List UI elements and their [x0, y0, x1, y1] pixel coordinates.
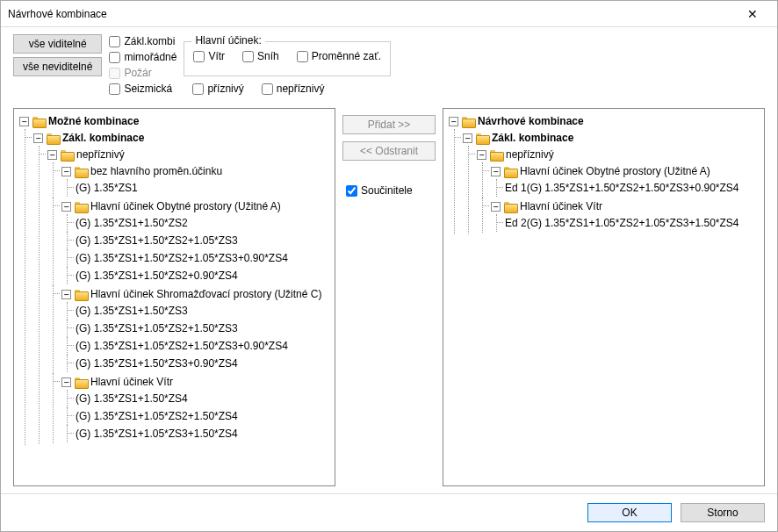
cancel-button[interactable]: Storno	[681, 503, 765, 522]
folder-icon	[504, 201, 516, 212]
tree-label: Zákl. kombinace	[492, 130, 573, 146]
top-controls: vše viditelné vše neviditelné Zákl.kombi…	[1, 27, 777, 104]
tree-toggle[interactable]: −	[47, 150, 57, 160]
close-icon: ✕	[747, 7, 758, 21]
zakl-kombi-label: Zákl.kombi	[124, 34, 175, 48]
close-button[interactable]: ✕	[735, 2, 770, 26]
tree-leaf[interactable]: (G) 1.35*ZS1+1.50*ZS2+0.90*ZS4	[76, 268, 238, 284]
combo-type-checkboxes: Zákl.kombi mimořádné Požár Seizmická	[109, 34, 176, 96]
mimoradne-checkbox[interactable]: mimořádné	[109, 50, 176, 64]
transfer-controls: Přidat >> << Odstranit Součinitele	[342, 108, 436, 486]
tree-leaf[interactable]: (G) 1.35*ZS1+1.50*ZS2	[76, 215, 188, 231]
tree-label: Hlavní účinek Vítr	[90, 374, 173, 390]
seizmicka-label: Seizmická	[124, 82, 172, 96]
tree-leaf[interactable]: (G) 1.35*ZS1+1.50*ZS4	[76, 391, 188, 406]
folder-icon	[75, 201, 87, 212]
tree-label: Hlavní účinek Obytné prostory (Užitné A)	[520, 163, 710, 179]
vitr-checkbox[interactable]: Vítr	[193, 49, 225, 63]
main-effect-legend: Hlavní účinek:	[191, 34, 264, 47]
tree-root-label: Možné kombinace	[48, 113, 139, 129]
folder-icon	[61, 149, 73, 160]
priznivy-label: příznivý	[207, 82, 243, 96]
nepriznivy-checkbox[interactable]: nepříznivý	[262, 82, 325, 96]
tree-leaf[interactable]: (G) 1.35*ZS1+1.05*ZS2+1.50*ZS3	[76, 320, 238, 336]
folder-icon	[476, 133, 488, 143]
tree-toggle[interactable]: −	[449, 117, 458, 126]
tree-leaf[interactable]: (G) 1.35*ZS1+1.05*ZS2+1.50*ZS4	[76, 408, 238, 424]
seizmicka-checkbox[interactable]: Seizmická	[109, 82, 176, 96]
all-hidden-button[interactable]: vše neviditelné	[13, 57, 102, 76]
tree-toggle[interactable]: −	[463, 133, 472, 143]
priznivy-checkbox[interactable]: příznivý	[192, 82, 243, 96]
main-area: − Možné kombinace − Zákl. kombinace	[1, 104, 777, 493]
design-combinations-tree[interactable]: − Návrhové kombinace − Zákl. kombinace	[443, 108, 765, 486]
promenne-checkbox[interactable]: Proměnné zať.	[297, 49, 381, 63]
zakl-kombi-checkbox[interactable]: Zákl.kombi	[109, 34, 176, 48]
tree-toggle[interactable]: −	[19, 117, 29, 126]
tree-toggle[interactable]: −	[491, 202, 501, 212]
tree-leaf[interactable]: Ed 1(G) 1.35*ZS1+1.50*ZS2+1.50*ZS3+0.90*…	[505, 180, 739, 196]
dialog-window: Návrhové kombinace ✕ vše viditelné vše n…	[0, 0, 778, 532]
snih-label: Sníh	[257, 49, 279, 63]
tree-leaf[interactable]: (G) 1.35*ZS1+1.05*ZS3+1.50*ZS4	[76, 426, 238, 442]
tree-label: Hlavní účinek Vítr	[520, 198, 602, 214]
folder-icon	[75, 377, 87, 387]
tree-label: nepříznivý	[506, 147, 554, 162]
tree-leaf[interactable]: (G) 1.35*ZS1+1.50*ZS2+1.05*ZS3+0.90*ZS4	[76, 250, 288, 266]
dialog-footer: OK Storno	[1, 493, 777, 531]
folder-icon	[462, 116, 474, 126]
vitr-label: Vítr	[208, 49, 225, 63]
tree-toggle[interactable]: −	[491, 167, 501, 176]
all-visible-button[interactable]: vše viditelné	[13, 34, 102, 54]
folder-icon	[75, 166, 87, 176]
tree-label: Hlavní účinek Shromažďovací prostory (Už…	[90, 286, 321, 302]
main-effect-group: Hlavní účinek: Vítr Sníh Proměnné zať.	[184, 41, 391, 76]
tree-toggle[interactable]: −	[33, 133, 43, 143]
snih-checkbox[interactable]: Sníh	[242, 49, 279, 63]
tree-toggle[interactable]: −	[477, 150, 486, 160]
tree-label: Zákl. kombinace	[62, 130, 144, 146]
folder-icon	[32, 116, 45, 126]
tree-leaf[interactable]: (G) 1.35*ZS1+1.50*ZS3	[76, 303, 188, 319]
tree-label: Hlavní účinek Obytné prostory (Užitné A)	[90, 198, 281, 214]
tree-toggle[interactable]: −	[61, 290, 71, 299]
pozar-label: Požár	[124, 66, 151, 80]
tree-leaf[interactable]: Ed 2(G) 1.35*ZS1+1.05*ZS2+1.05*ZS3+1.50*…	[505, 215, 739, 231]
tree-root-label: Návrhové kombinace	[478, 113, 584, 129]
tree-leaf[interactable]: (G) 1.35*ZS1+1.50*ZS3+0.90*ZS4	[76, 356, 238, 371]
tree-leaf[interactable]: (G) 1.35*ZS1+1.50*ZS2+1.05*ZS3	[76, 233, 238, 248]
pozar-checkbox: Požár	[109, 66, 176, 80]
soucinitele-label: Součinitele	[361, 183, 413, 198]
visibility-buttons: vše viditelné vše neviditelné	[13, 34, 102, 76]
nepriznivy-label: nepříznivý	[277, 82, 325, 96]
folder-icon	[490, 149, 502, 160]
folder-icon	[504, 166, 516, 176]
soucinitele-checkbox[interactable]: Součinitele	[342, 183, 436, 198]
folder-icon	[75, 289, 87, 299]
window-title: Návrhové kombinace	[8, 8, 735, 20]
tree-toggle[interactable]: −	[61, 377, 71, 387]
tree-label: bez hlavního proměn.účinku	[90, 163, 222, 179]
tree-toggle[interactable]: −	[61, 202, 71, 212]
mimoradne-label: mimořádné	[124, 50, 176, 64]
possible-combinations-tree[interactable]: − Možné kombinace − Zákl. kombinace	[13, 108, 335, 486]
titlebar: Návrhové kombinace ✕	[1, 1, 777, 27]
promenne-label: Proměnné zať.	[312, 49, 381, 63]
tree-leaf[interactable]: (G) 1.35*ZS1	[76, 180, 138, 196]
tree-leaf[interactable]: (G) 1.35*ZS1+1.05*ZS2+1.50*ZS3+0.90*ZS4	[76, 338, 288, 354]
remove-button[interactable]: << Odstranit	[342, 141, 436, 161]
tree-label: nepříznivý	[76, 147, 125, 162]
add-button[interactable]: Přidat >>	[342, 115, 436, 134]
tree-toggle[interactable]: −	[61, 167, 71, 176]
folder-icon	[47, 133, 59, 143]
ok-button[interactable]: OK	[587, 503, 672, 522]
